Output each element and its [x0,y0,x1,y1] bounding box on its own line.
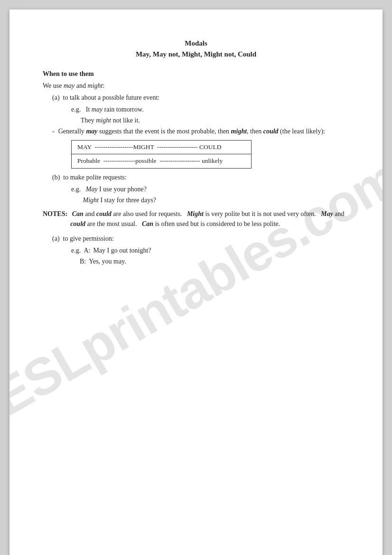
dash-icon: - [52,126,55,136]
list-item-c: (a) to give permission: [52,234,349,244]
table-row-2: Probable ---------------possible -------… [72,154,252,168]
page-title-main: Modals [43,38,349,49]
notes-label: NOTES: [43,209,67,229]
intro-line: We use may and might: [43,81,349,91]
notes-content: Can and could are also used for requests… [70,209,349,229]
table-cell-probability: Probable ---------------possible -------… [72,154,252,168]
bullet-text: Generally may suggests that the event is… [58,126,325,136]
notes-block: NOTES: Can and could are also used for r… [43,209,349,229]
list-item-b: (b) to make polite requests: [52,172,349,182]
dialogue-a-line: e.g. A: May I go out tonight? [71,245,349,255]
page-title-sub: May, May not, Might, Might not, Could [43,49,349,60]
bullet-line: - Generally may suggests that the event … [52,126,349,136]
dialogue-b-text: Yes, you may. [89,256,126,266]
dialogue-b-label: B: [80,256,86,266]
dialogue-a-label: e.g. A: [71,245,90,255]
title-section: Modals May, May not, Might, Might not, C… [43,38,349,59]
list-item-a: (a) to talk about a possible future even… [52,93,349,103]
section-heading-when: When to use them [43,69,349,79]
dialogue-b-line: B: Yes, you may. [80,256,349,266]
dialogue-a-text: May I go out tonight? [93,245,151,255]
example-1: e.g. It may rain tomorrow. [71,104,349,114]
example-3: e.g. May I use your phone? [71,184,349,194]
table-row-1: MAY ------------------MIGHT ------------… [72,141,252,154]
content-area: Modals May, May not, Might, Might not, C… [43,38,349,266]
table-cell-modals: MAY ------------------MIGHT ------------… [72,141,252,154]
example-4: Might I stay for three days? [71,195,349,205]
modal-scale-table: MAY ------------------MIGHT ------------… [71,140,252,169]
page: ESLprintables.com Modals May, May not, M… [9,9,383,555]
example-2: They might not like it. [81,115,349,125]
